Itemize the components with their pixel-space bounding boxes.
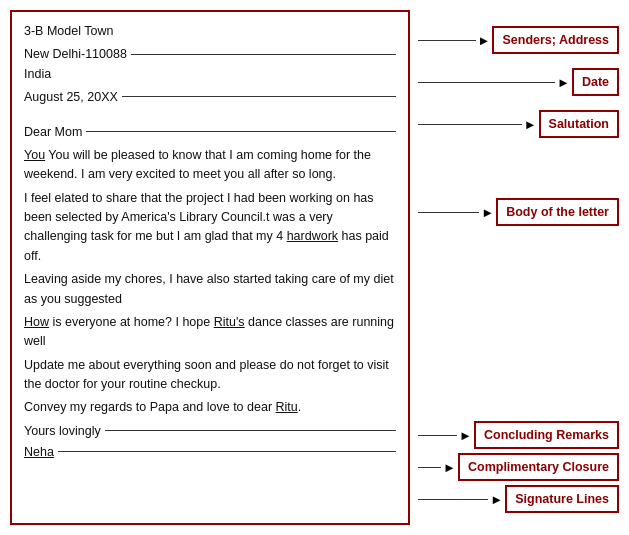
senders-address-label: Senders; Address [492, 26, 619, 54]
closure-text: Yours lovingly [24, 422, 101, 441]
arrow-line-3 [418, 124, 522, 125]
hardwork-underline: hardwork [287, 229, 338, 243]
address-line3: India [24, 65, 396, 84]
signature-label: Signature Lines [505, 485, 619, 513]
spacer [418, 226, 619, 421]
annotations-section: ► Senders; Address ► Date ► Salutation ►… [418, 10, 619, 525]
letter-box: 3-B Model Town New Delhi-110088 India Au… [10, 10, 410, 525]
annotation-complimentary-row: ► Complimentary Closure [418, 453, 619, 481]
date-label: Date [572, 68, 619, 96]
address-underline [131, 54, 396, 55]
address-line1: 3-B Model Town [24, 22, 396, 41]
annotation-date-row: ► Date [418, 68, 619, 96]
annotation-signature-row: ► Signature Lines [418, 485, 619, 513]
signature-block: Neha [24, 443, 396, 462]
salutation-text: Dear Mom [24, 123, 82, 142]
body-para4: How is everyone at home? I hope Ritu's d… [24, 313, 396, 352]
ritu2-underline: Ritu [276, 400, 298, 414]
address-block: 3-B Model Town New Delhi-110088 India Au… [24, 22, 396, 108]
arrow-line-5 [418, 435, 457, 436]
letter-content: 3-B Model Town New Delhi-110088 India Au… [24, 22, 396, 463]
closure-block: Yours lovingly [24, 422, 396, 441]
concluding-block: Convey my regards to Papa and love to de… [24, 398, 396, 417]
body-para1: You You will be pleased to know that I a… [24, 146, 396, 185]
date-text: August 25, 20XX [24, 88, 118, 107]
salutation-label: Salutation [539, 110, 619, 138]
arrow-line-6 [418, 467, 441, 468]
date-underline [122, 96, 396, 97]
body-para2: I feel elated to share that the project … [24, 189, 396, 267]
annotation-concluding-row: ► Concluding Remarks [418, 421, 619, 449]
salutation-block: Dear Mom [24, 123, 396, 142]
annotation-salutation-row: ► Salutation [418, 110, 619, 138]
body-para5: Update me about everything soon and plea… [24, 356, 396, 395]
address-line2: New Delhi-110088 [24, 45, 127, 64]
salutation-underline [86, 131, 396, 132]
concluding-label: Concluding Remarks [474, 421, 619, 449]
annotation-body-row: ► Body of the letter [418, 198, 619, 226]
complimentary-label: Complimentary Closure [458, 453, 619, 481]
signature-underline [58, 451, 396, 452]
ritu-underline: Ritu's [214, 315, 245, 329]
arrow-line-4 [418, 212, 479, 213]
closure-underline [105, 430, 396, 431]
arrow-line-1 [418, 40, 476, 41]
concluding-text: Convey my regards to Papa and love to de… [24, 398, 396, 417]
body-para3: Leaving aside my chores, I have also sta… [24, 270, 396, 309]
arrow-line-7 [418, 499, 488, 500]
how-underline: How [24, 315, 49, 329]
body-block: You You will be pleased to know that I a… [24, 146, 396, 395]
arrow-line-2 [418, 82, 555, 83]
signature-text: Neha [24, 443, 54, 462]
body-label: Body of the letter [496, 198, 619, 226]
you-underline: You [24, 148, 45, 162]
annotation-senders-address-row: ► Senders; Address [418, 26, 619, 54]
